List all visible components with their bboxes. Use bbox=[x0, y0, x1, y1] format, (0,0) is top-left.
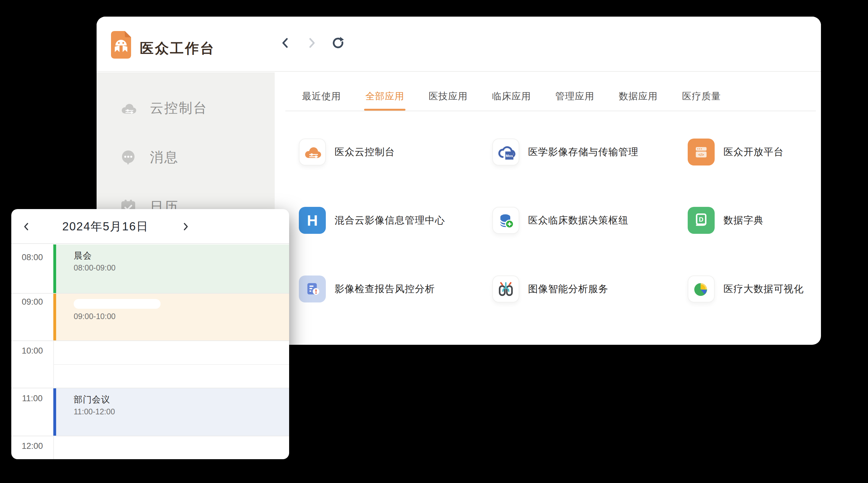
sidebar-item-cloud-console[interactable]: 云控制台 bbox=[119, 99, 208, 117]
app-label: 医学影像存储与传输管理 bbox=[528, 146, 639, 159]
half-hour-line bbox=[54, 364, 289, 365]
app-logo-icon bbox=[111, 31, 131, 59]
hour-line bbox=[11, 436, 289, 436]
svg-text:</>: </> bbox=[699, 152, 704, 157]
app-tile: </> bbox=[688, 138, 715, 165]
app-label: 医疗大数据可视化 bbox=[723, 282, 804, 296]
app-data-dictionary[interactable]: D 数据字典 bbox=[688, 207, 764, 234]
dictionary-book-icon: D bbox=[691, 210, 711, 230]
chevron-left-icon bbox=[280, 37, 291, 49]
sidebar-item-label: 消息 bbox=[150, 148, 179, 166]
app-label: 医众云控制台 bbox=[335, 146, 395, 159]
calendar-panel: 2024年5月16日 08:00 09:00 10:00 11:00 12:00… bbox=[11, 209, 289, 459]
event-department-meeting[interactable]: 部门会议 11:00-12:00 bbox=[53, 388, 289, 436]
header-nav bbox=[279, 37, 344, 49]
refresh-icon bbox=[332, 37, 344, 49]
page-title: 医众工作台 bbox=[140, 39, 215, 58]
prev-day-button[interactable] bbox=[21, 221, 32, 232]
chevron-right-icon bbox=[181, 222, 190, 231]
database-plus-icon bbox=[495, 210, 516, 231]
time-label: 11:00 bbox=[11, 394, 53, 404]
canvas: { "window": { "title": "医众工作台" }, "heade… bbox=[0, 0, 868, 483]
app-label: 数据字典 bbox=[723, 214, 764, 227]
event-time: 09:00-10:00 bbox=[74, 311, 289, 321]
app-image-ai-analysis[interactable]: 图像智能分析服务 bbox=[492, 276, 608, 302]
message-bubble-icon bbox=[119, 148, 137, 166]
tab-all-apps[interactable]: 全部应用 bbox=[365, 91, 404, 110]
svg-text:D: D bbox=[699, 216, 703, 223]
forward-button[interactable] bbox=[305, 37, 318, 49]
time-label: 09:00 bbox=[11, 297, 53, 307]
tab-management-apps[interactable]: 管理应用 bbox=[555, 91, 594, 110]
event-redacted[interactable]: 09:00-10:00 bbox=[53, 294, 289, 341]
app-open-platform[interactable]: </> 医众开放平台 bbox=[688, 138, 784, 165]
event-time: 08:00-09:00 bbox=[74, 263, 289, 273]
app-tile bbox=[299, 276, 326, 302]
app-category-tabs: 最近使用 全部应用 医技应用 临床应用 管理应用 数据应用 医疗质量 bbox=[302, 91, 721, 110]
letter-h-icon: H bbox=[299, 207, 326, 234]
next-day-button[interactable] bbox=[180, 221, 191, 232]
lungs-icon bbox=[495, 279, 516, 299]
chevron-left-icon bbox=[22, 222, 31, 231]
app-label: 医众开放平台 bbox=[723, 146, 784, 159]
mos-cloud-icon: Mos bbox=[495, 141, 517, 163]
chevron-right-icon bbox=[306, 37, 317, 49]
app-clinical-data-hub[interactable]: 医众临床数据决策枢纽 bbox=[492, 207, 628, 234]
time-label: 08:00 bbox=[11, 253, 53, 262]
sidebar-item-messages[interactable]: 消息 bbox=[119, 148, 179, 166]
app-label: 影像检查报告风控分析 bbox=[335, 282, 435, 296]
app-tile bbox=[299, 138, 326, 165]
cloud-console-icon bbox=[119, 99, 137, 117]
app-cloud-console[interactable]: 医众云控制台 bbox=[299, 138, 395, 165]
event-title: 部门会议 bbox=[74, 394, 289, 405]
svg-text:H: H bbox=[307, 212, 318, 229]
pie-chart-icon bbox=[691, 279, 712, 299]
tab-recently-used[interactable]: 最近使用 bbox=[302, 91, 341, 110]
tabs-divider bbox=[285, 110, 816, 111]
app-pacs[interactable]: Mos 医学影像存储与传输管理 bbox=[492, 138, 639, 165]
app-tile bbox=[492, 276, 519, 302]
time-label: 12:00 bbox=[11, 441, 53, 451]
refresh-button[interactable] bbox=[332, 37, 344, 49]
hour-line bbox=[11, 341, 289, 341]
event-morning-meeting[interactable]: 晨会 08:00-09:00 bbox=[53, 245, 289, 293]
event-time: 11:00-12:00 bbox=[74, 407, 289, 417]
tab-data-apps[interactable]: 数据应用 bbox=[619, 91, 658, 110]
code-window-icon: </> bbox=[692, 142, 711, 161]
tab-clinical-apps[interactable]: 临床应用 bbox=[492, 91, 531, 110]
redacted-title-pill bbox=[74, 299, 160, 309]
app-label: 医众临床数据决策枢纽 bbox=[528, 214, 628, 227]
app-hybrid-cloud-imaging[interactable]: H 混合云影像信息管理中心 bbox=[299, 207, 445, 234]
svg-text:Mos: Mos bbox=[506, 154, 513, 158]
window-header: 医众工作台 bbox=[97, 17, 821, 72]
time-label: 10:00 bbox=[11, 346, 53, 356]
calendar-date: 2024年5月16日 bbox=[43, 209, 168, 244]
app-label: 混合云影像信息管理中心 bbox=[335, 214, 445, 227]
event-title: 晨会 bbox=[74, 250, 289, 261]
tab-medical-quality[interactable]: 医疗质量 bbox=[682, 91, 721, 110]
app-tile: H bbox=[299, 207, 326, 234]
app-tile: D bbox=[688, 207, 715, 234]
report-alert-icon bbox=[302, 279, 323, 299]
back-button[interactable] bbox=[279, 37, 291, 49]
tab-medtech-apps[interactable]: 医技应用 bbox=[429, 91, 468, 110]
app-tile: Mos bbox=[492, 138, 519, 165]
app-report-risk-analysis[interactable]: 影像检查报告风控分析 bbox=[299, 276, 435, 302]
app-label: 图像智能分析服务 bbox=[528, 282, 608, 296]
sidebar-item-label: 云控制台 bbox=[150, 99, 208, 117]
app-big-data-visualization[interactable]: 医疗大数据可视化 bbox=[688, 276, 804, 302]
calendar-header: 2024年5月16日 bbox=[11, 209, 289, 244]
app-tile bbox=[688, 276, 715, 302]
cloud-settings-icon bbox=[302, 142, 322, 162]
app-tile bbox=[492, 207, 519, 234]
